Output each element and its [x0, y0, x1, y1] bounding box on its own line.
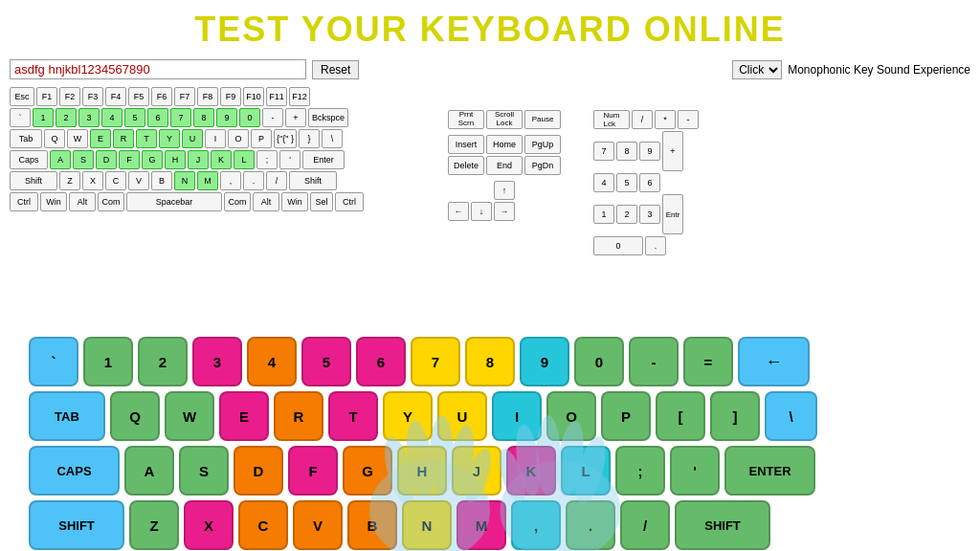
key-u[interactable]: U	[182, 129, 203, 148]
key-w[interactable]: W	[67, 129, 88, 148]
key-minus[interactable]: -	[262, 108, 283, 127]
key-numlock[interactable]: NumLck	[593, 110, 630, 129]
key-win-right[interactable]: Win	[281, 192, 308, 211]
big-key-e[interactable]: E	[219, 391, 269, 441]
key-sel[interactable]: Sel	[310, 192, 333, 211]
big-key-z[interactable]: Z	[129, 500, 179, 550]
key-n[interactable]: N	[174, 171, 195, 190]
key-4[interactable]: 4	[101, 108, 122, 127]
big-key-tab[interactable]: TAB	[29, 391, 105, 441]
key-semicolon[interactable]: ;	[256, 150, 278, 169]
key-alt-left[interactable]: Alt	[69, 192, 96, 211]
big-key-rbracket[interactable]: ]	[710, 391, 760, 441]
key-f1[interactable]: F1	[36, 87, 57, 106]
key-caps[interactable]: Caps	[10, 150, 48, 169]
big-key-minus[interactable]: -	[629, 337, 679, 386]
key-backslash[interactable]: \	[322, 129, 343, 148]
big-key-8[interactable]: 8	[465, 337, 515, 386]
key-0[interactable]: 0	[239, 108, 260, 127]
key-f5[interactable]: F5	[128, 87, 149, 106]
key-9[interactable]: 9	[216, 108, 237, 127]
big-key-3[interactable]: 3	[192, 337, 242, 386]
big-key-lbracket[interactable]: [	[656, 391, 705, 441]
key-8[interactable]: 8	[193, 108, 214, 127]
big-key-comma[interactable]: ,	[511, 500, 561, 550]
key-s[interactable]: S	[73, 150, 94, 169]
key-quote[interactable]: '	[279, 150, 301, 169]
big-key-enter[interactable]: ENTER	[724, 446, 815, 496]
big-key-shift-left[interactable]: SHIFT	[29, 500, 124, 550]
key-num-7[interactable]: 7	[593, 142, 614, 161]
big-key-2[interactable]: 2	[138, 337, 188, 386]
big-key-f[interactable]: F	[288, 446, 338, 496]
key-home[interactable]: Home	[486, 135, 523, 154]
key-num-0[interactable]: 0	[593, 236, 643, 255]
key-enter[interactable]: Enter	[302, 150, 345, 169]
big-key-g[interactable]: G	[343, 446, 392, 496]
key-k[interactable]: K	[211, 150, 232, 169]
big-key-shift-right[interactable]: SHIFT	[675, 500, 770, 550]
key-q[interactable]: Q	[44, 129, 65, 148]
key-l[interactable]: L	[234, 150, 255, 169]
key-right[interactable]: →	[494, 202, 515, 221]
key-c[interactable]: C	[105, 171, 126, 190]
key-up[interactable]: ↑	[494, 181, 515, 200]
keyboard-input[interactable]	[10, 59, 306, 79]
big-key-i[interactable]: I	[492, 391, 542, 441]
key-num-plus[interactable]: +	[662, 131, 683, 171]
big-key-a[interactable]: A	[124, 446, 174, 496]
key-num-9[interactable]: 9	[639, 142, 660, 161]
key-t[interactable]: T	[136, 129, 157, 148]
big-key-h[interactable]: H	[397, 446, 447, 496]
key-f4[interactable]: F4	[105, 87, 126, 106]
key-f12[interactable]: F12	[289, 87, 310, 106]
key-com-right[interactable]: Com	[224, 192, 251, 211]
key-end[interactable]: End	[486, 156, 523, 175]
key-num-4[interactable]: 4	[593, 173, 614, 192]
big-key-0[interactable]: 0	[574, 337, 624, 386]
key-g[interactable]: G	[142, 150, 163, 169]
key-f11[interactable]: F11	[266, 87, 287, 106]
key-comma[interactable]: ,	[220, 171, 241, 190]
key-num-1[interactable]: 1	[593, 205, 614, 224]
key-num-2[interactable]: 2	[616, 205, 637, 224]
key-pgup[interactable]: PgUp	[524, 135, 561, 154]
big-key-b[interactable]: B	[347, 500, 397, 550]
key-num-enter[interactable]: Entr	[662, 194, 683, 234]
big-key-y[interactable]: Y	[383, 391, 433, 441]
key-f2[interactable]: F2	[59, 87, 80, 106]
key-i[interactable]: I	[205, 129, 226, 148]
big-key-d[interactable]: D	[234, 446, 283, 496]
key-p[interactable]: P	[251, 129, 272, 148]
key-m[interactable]: M	[197, 171, 218, 190]
key-insert[interactable]: Insert	[448, 135, 484, 154]
key-d[interactable]: D	[96, 150, 117, 169]
key-win-left[interactable]: Win	[40, 192, 67, 211]
big-key-s[interactable]: S	[179, 446, 229, 496]
big-key-fwdslash[interactable]: /	[620, 500, 670, 550]
key-tab[interactable]: Tab	[10, 129, 42, 148]
key-print-screen[interactable]: PrntScrn	[448, 110, 484, 129]
big-key-m[interactable]: M	[457, 500, 506, 550]
key-f6[interactable]: F6	[151, 87, 172, 106]
big-key-w[interactable]: W	[165, 391, 214, 441]
key-delete[interactable]: Delete	[448, 156, 484, 175]
reset-button[interactable]: Reset	[312, 60, 359, 79]
big-key-caps[interactable]: CAPS	[29, 446, 120, 496]
key-1[interactable]: 1	[33, 108, 54, 127]
big-key-semicolon[interactable]: ;	[615, 446, 665, 496]
key-a[interactable]: A	[50, 150, 71, 169]
key-f9[interactable]: F9	[220, 87, 241, 106]
key-shift-left[interactable]: Shift	[10, 171, 57, 190]
key-5[interactable]: 5	[124, 108, 145, 127]
key-down[interactable]: ↓	[471, 202, 492, 221]
key-lbrace[interactable]: {"{" }	[274, 129, 297, 148]
key-period[interactable]: .	[243, 171, 264, 190]
key-f10[interactable]: F10	[243, 87, 264, 106]
key-left[interactable]: ←	[448, 202, 469, 221]
big-key-t[interactable]: T	[328, 391, 378, 441]
key-v[interactable]: V	[128, 171, 149, 190]
key-x[interactable]: X	[82, 171, 103, 190]
key-num-6[interactable]: 6	[639, 173, 660, 192]
key-3[interactable]: 3	[78, 108, 100, 127]
